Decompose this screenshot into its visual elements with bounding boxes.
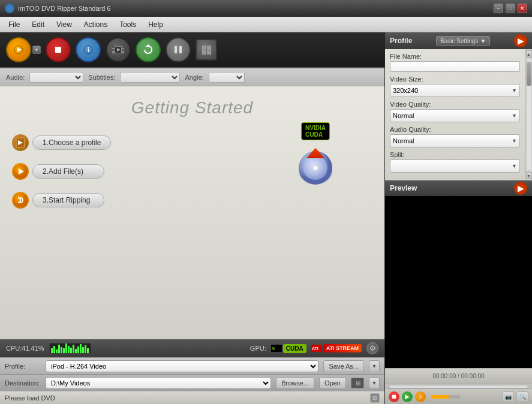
video-quality-select[interactable]: Normal ▼ (390, 109, 520, 122)
browse-button[interactable]: Browse... (276, 377, 314, 389)
profile-form: File Name: Video Size: 320x240 ▼ Video Q… (385, 49, 525, 180)
audio-quality-select[interactable]: Normal ▼ (390, 134, 520, 147)
playback-stop-button[interactable]: ⏹ (389, 391, 399, 402)
dropdowns-row: Audio: Subtitles: Angle: (0, 68, 384, 86)
svg-rect-9 (122, 49, 124, 51)
preview-expand-button[interactable]: ▶ (514, 182, 527, 195)
angle-select[interactable] (209, 72, 245, 83)
gpu-label: GPU: (250, 345, 266, 352)
saveas-button[interactable]: Save As... (323, 360, 364, 372)
audio-quality-row: Audio Quality: Normal ▼ (390, 126, 520, 147)
info-button[interactable]: i (76, 37, 101, 62)
dest-label: Destination: (5, 379, 41, 387)
profile-form-wrapper: File Name: Video Size: 320x240 ▼ Video Q… (385, 49, 532, 180)
pause-button[interactable] (166, 37, 191, 62)
bottom-status-bar: Please load DVD ⊞ (0, 391, 384, 404)
video-size-value: 320x240 (393, 87, 418, 94)
svg-rect-13 (175, 46, 177, 53)
step3-button[interactable]: 3.Start Ripping (12, 192, 111, 209)
status-icon: ⊞ (370, 393, 380, 403)
nvidia-cuda-badge: NVIDIACUDA (301, 122, 330, 140)
basic-settings-button[interactable]: Basic Settings ▼ (436, 36, 490, 46)
svg-rect-7 (112, 49, 115, 51)
dest-select[interactable]: D:\My Videos (46, 377, 271, 389)
seek-bar-row (385, 384, 532, 388)
toolbar: ▼ i (0, 32, 384, 68)
steps-area: 1.Choose a profile 2.Add File(s) (12, 134, 111, 209)
subtitles-select[interactable] (120, 72, 180, 83)
video-quality-label: Video Quality: (390, 101, 520, 108)
dest-arrow-btn[interactable]: ▼ (369, 377, 380, 389)
play-button[interactable] (6, 37, 31, 62)
preview-time-bar: 00:00:00 / 00:00:00 (385, 368, 532, 384)
app-icon (5, 4, 14, 13)
menu-file[interactable]: File (2, 19, 26, 31)
angle-label: Angle: (185, 74, 203, 81)
filename-input[interactable] (390, 61, 520, 72)
maximize-button[interactable]: □ (506, 4, 515, 13)
menu-actions[interactable]: Actions (78, 19, 113, 31)
audio-select[interactable] (29, 72, 83, 83)
settings-gear[interactable]: ⚙ (366, 342, 378, 354)
close-button[interactable]: ✕ (518, 4, 527, 13)
svg-rect-15 (202, 46, 206, 50)
left-panel: ▼ i (0, 32, 385, 404)
step3-label: 3.Start Ripping (32, 193, 104, 207)
menu-tools[interactable]: Tools (113, 19, 142, 31)
open-button[interactable]: Open (319, 377, 346, 389)
svg-rect-6 (112, 46, 115, 48)
profile-select[interactable]: iPod - H.264 Video (46, 360, 318, 372)
video-size-select[interactable]: 320x240 ▼ (390, 84, 520, 97)
seek-bar[interactable] (389, 385, 528, 388)
nvidia-logo-icon: N (271, 345, 282, 352)
profile-row-label: Profile: (5, 363, 41, 370)
profile-arrow-btn[interactable]: ▼ (369, 360, 380, 372)
title-bar: ImTOO DVD Ripper Standard 6 − □ ✕ (0, 0, 532, 17)
snapshot-button[interactable]: 📷 (502, 391, 514, 402)
playback-play-button[interactable]: ▶ (402, 391, 413, 402)
minimize-button[interactable]: − (494, 4, 503, 13)
preview-panel-title: Preview (390, 184, 417, 192)
window-controls: − □ ✕ (494, 4, 527, 13)
getting-started-text: Getting Started (0, 98, 384, 117)
step1-icon (12, 134, 29, 151)
split-select[interactable]: ▼ (390, 159, 520, 173)
step3-icon (12, 192, 29, 209)
scroll-up-button[interactable]: ▲ (526, 50, 532, 58)
play-dropdown-arrow[interactable]: ▼ (32, 46, 41, 54)
right-panel: Profile Basic Settings ▼ ▶ File Name: Vi… (385, 32, 532, 404)
menu-help[interactable]: Help (142, 19, 169, 31)
volume-slider[interactable] (431, 395, 461, 399)
playback-controls: ⏹ ▶ ♪ 📷 🔍 (385, 388, 532, 404)
menu-view[interactable]: View (50, 19, 78, 31)
video-quality-arrow: ▼ (512, 113, 517, 119)
svg-rect-17 (202, 50, 206, 55)
playback-volume-button[interactable]: ♪ (415, 391, 426, 402)
menu-edit[interactable]: Edit (26, 19, 50, 31)
step2-label: 2.Add File(s) (32, 164, 104, 179)
audio-quality-value: Normal (393, 137, 414, 144)
svg-text:i: i (88, 46, 89, 53)
refresh-button[interactable] (136, 37, 161, 62)
profile-row: Profile: iPod - H.264 Video Save As... ▼ (0, 357, 384, 374)
video-size-arrow: ▼ (512, 88, 517, 94)
stop-square-button[interactable] (196, 39, 217, 61)
scroll-down-button[interactable]: ▼ (526, 172, 532, 179)
scroll-track[interactable] (526, 59, 532, 171)
step1-button[interactable]: 1.Choose a profile (12, 134, 111, 151)
scroll-thumb (527, 62, 531, 86)
time-display: 00:00:00 / 00:00:00 (389, 373, 528, 379)
ati-stream-badge: ATI STREAM (323, 344, 362, 352)
svg-rect-2 (55, 47, 61, 53)
audio-quality-label: Audio Quality: (390, 126, 520, 133)
status-bar: CPU:41.41% GPU: (0, 339, 384, 357)
film-button[interactable] (106, 37, 131, 62)
main-layout: ▼ i (0, 32, 532, 404)
stop-button[interactable] (46, 37, 71, 62)
cpu-graph (49, 343, 91, 354)
profile-expand-button[interactable]: ▶ (514, 34, 527, 47)
zoom-button[interactable]: 🔍 (516, 391, 528, 402)
step2-button[interactable]: 2.Add File(s) (12, 163, 111, 180)
dvd-icon-area: NVIDIACUDA (294, 122, 336, 187)
content-area: Getting Started 1.Choose a profile (0, 86, 384, 339)
